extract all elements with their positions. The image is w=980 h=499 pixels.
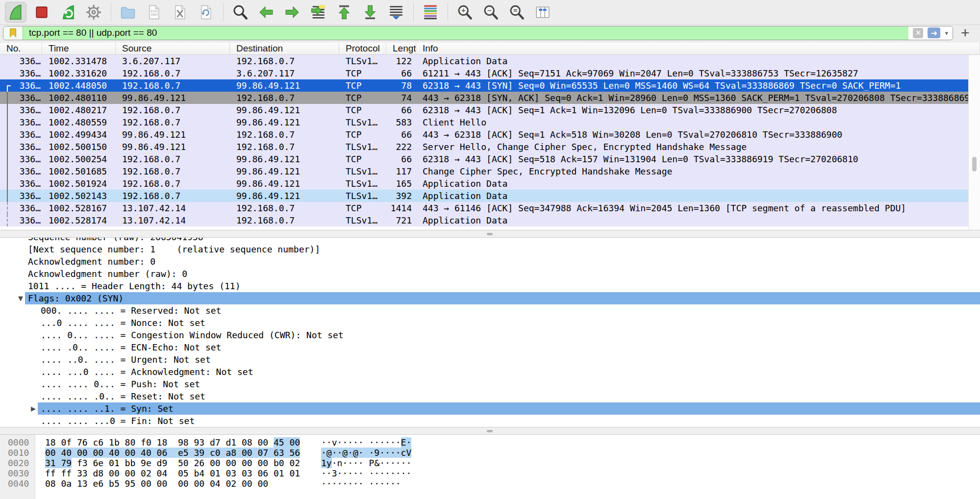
toolbar-separator bbox=[111, 3, 111, 21]
detail-line[interactable]: 1011 .... = Header Length: 44 bytes (11) bbox=[0, 280, 980, 292]
column-header-destination[interactable]: Destination bbox=[230, 43, 339, 54]
go-to-packet-button[interactable] bbox=[307, 2, 329, 23]
detail-line-text: .... .... ..1. = Syn: Set bbox=[38, 402, 980, 415]
go-forward-icon bbox=[284, 4, 301, 21]
zoom-original-button[interactable]: = bbox=[506, 2, 528, 23]
column-header-no[interactable]: No. bbox=[0, 43, 42, 54]
detail-line[interactable]: ▼Flags: 0x002 (SYN) bbox=[0, 292, 980, 304]
detail-line[interactable]: Sequence number (raw): 2665041958 bbox=[0, 238, 980, 243]
stop-capture-button[interactable] bbox=[31, 2, 52, 23]
packet-cell: TCP bbox=[339, 92, 386, 104]
expander-spacer bbox=[18, 243, 28, 255]
detail-line[interactable]: 000. .... .... = Reserved: Not set bbox=[0, 304, 980, 317]
packet-cell: 336… bbox=[0, 141, 42, 153]
packet-row[interactable]: 336…1002.501685192.168.0.799.86.49.121TL… bbox=[0, 165, 968, 177]
reload-file-button[interactable] bbox=[195, 2, 217, 23]
detail-line[interactable]: ▶.... .... ..1. = Syn: Set bbox=[0, 402, 980, 415]
packet-row[interactable]: 336…1002.52816713.107.42.14192.168.0.7TC… bbox=[0, 202, 968, 214]
stop-capture-icon bbox=[33, 4, 50, 21]
close-file-button[interactable] bbox=[169, 2, 191, 23]
packet-row[interactable]: 336…1002.49943499.86.49.121192.168.0.7TC… bbox=[0, 128, 968, 141]
packet-cell: 1002.500150 bbox=[42, 141, 116, 153]
column-header-length[interactable]: Length bbox=[386, 43, 416, 54]
packet-row[interactable]: 336…1002.480217192.168.0.799.86.49.121TC… bbox=[0, 104, 968, 116]
auto-scroll-icon bbox=[388, 4, 404, 21]
display-filter-input[interactable]: tcp.port == 80 || udp.port == 80 bbox=[23, 26, 908, 40]
detail-line[interactable]: .... .... .0.. = Reset: Not set bbox=[0, 390, 980, 402]
detail-line[interactable]: .... .... 0... = Push: Not set bbox=[0, 378, 980, 390]
detail-line-text: Flags: 0x002 (SYN) bbox=[25, 292, 980, 304]
detail-line[interactable]: .... .0.. .... = ECN-Echo: Not set bbox=[0, 341, 980, 353]
capture-options-button[interactable] bbox=[83, 2, 104, 23]
hex-row[interactable]: 0030ff ff 33 d8 00 00 02 04 05 b4 01 03 … bbox=[0, 468, 980, 478]
detail-line[interactable]: ...0 .... .... = Nonce: Not set bbox=[0, 317, 980, 329]
filter-bookmark-button[interactable] bbox=[3, 26, 23, 40]
packet-row[interactable]: 336…1002.500254192.168.0.799.86.49.121TC… bbox=[0, 153, 968, 165]
detail-line[interactable]: Acknowledgment number: 0 bbox=[0, 255, 980, 268]
packet-row[interactable]: 336…1002.502143192.168.0.799.86.49.121TL… bbox=[0, 190, 968, 202]
detail-line[interactable]: [Next sequence number: 1 (relative seque… bbox=[0, 243, 980, 255]
hex-row[interactable]: 002031 79 f3 6e 01 bb 9e d9 50 26 00 00 … bbox=[0, 458, 980, 468]
packet-cell: 117 bbox=[386, 165, 416, 177]
save-file-button[interactable]: 01011001 bbox=[143, 2, 165, 23]
packet-cell: 1002.480217 bbox=[42, 104, 116, 116]
packet-row[interactable]: 336…1002.3314783.6.207.117192.168.0.7TLS… bbox=[0, 55, 968, 67]
column-header-source[interactable]: Source bbox=[116, 43, 230, 54]
go-first-button[interactable] bbox=[333, 2, 355, 23]
colorize-button[interactable] bbox=[420, 2, 441, 23]
detail-line-text: .... ...0 .... = Acknowledgment: Not set bbox=[41, 366, 253, 378]
go-last-button[interactable] bbox=[359, 2, 381, 23]
packet-list-scrollbar[interactable] bbox=[968, 55, 980, 230]
detail-line[interactable]: Acknowledgment number (raw): 0 bbox=[0, 268, 980, 280]
zoom-out-button[interactable]: − bbox=[480, 2, 502, 23]
detail-bytes-splitter[interactable] bbox=[0, 427, 980, 435]
main-toolbar: 01011001+−= bbox=[0, 0, 980, 25]
auto-scroll-button[interactable] bbox=[385, 2, 407, 23]
splitter-handle-icon[interactable] bbox=[487, 233, 493, 235]
packet-cell: 1002.499434 bbox=[42, 128, 116, 141]
go-last-icon bbox=[362, 4, 378, 21]
clear-filter-icon[interactable]: ✕ bbox=[913, 28, 923, 38]
packet-row[interactable]: 336…1002.331620192.168.0.73.6.207.117TCP… bbox=[0, 67, 968, 79]
detail-line[interactable]: .... ..0. .... = Urgent: Not set bbox=[0, 353, 980, 366]
display-filter-field[interactable]: tcp.port == 80 || udp.port == 80 ✕ ➜ ▾ bbox=[3, 26, 953, 40]
go-forward-button[interactable] bbox=[281, 2, 303, 23]
detail-line-text: .... .... .0.. = Reset: Not set bbox=[41, 390, 205, 402]
start-capture-button[interactable] bbox=[5, 2, 26, 23]
column-header-info[interactable]: Info bbox=[416, 43, 980, 54]
packet-cell: 443 → 62318 [SYN, ACK] Seq=0 Ack=1 Win=2… bbox=[416, 92, 968, 104]
packet-cell: 1414 bbox=[386, 202, 416, 214]
add-filter-button-icon[interactable]: + bbox=[961, 26, 970, 39]
filter-toolbar: tcp.port == 80 || udp.port == 80 ✕ ➜ ▾ + bbox=[0, 25, 980, 43]
detail-line[interactable]: .... .... ...0 = Fin: Not set bbox=[0, 415, 980, 427]
packet-row[interactable]: 336…1002.480559192.168.0.799.86.49.121TL… bbox=[0, 116, 968, 128]
open-file-button[interactable] bbox=[117, 2, 139, 23]
packet-row[interactable]: 336…1002.448050192.168.0.799.86.49.121TC… bbox=[0, 79, 968, 92]
splitter-handle-icon[interactable] bbox=[487, 430, 493, 432]
detail-line[interactable]: .... 0... .... = Congestion Window Reduc… bbox=[0, 329, 980, 341]
scrollbar-thumb[interactable] bbox=[972, 157, 977, 172]
packet-row[interactable]: 336…1002.48011099.86.49.121192.168.0.7TC… bbox=[0, 92, 968, 104]
column-header-protocol[interactable]: Protocol bbox=[339, 43, 386, 54]
go-back-button[interactable] bbox=[255, 2, 277, 23]
find-packet-button[interactable] bbox=[229, 2, 251, 23]
hex-row[interactable]: 001000 40 00 00 40 00 40 06 e5 39 c0 a8 … bbox=[0, 448, 980, 458]
filter-history-caret-icon[interactable]: ▾ bbox=[945, 29, 948, 37]
restart-capture-button[interactable] bbox=[57, 2, 78, 23]
packet-row[interactable]: 336…1002.50015099.86.49.121192.168.0.7TL… bbox=[0, 141, 968, 153]
list-detail-splitter[interactable] bbox=[0, 230, 980, 238]
packet-cell: 192.168.0.7 bbox=[116, 79, 230, 92]
detail-line[interactable]: .... ...0 .... = Acknowledgment: Not set bbox=[0, 366, 980, 378]
resize-columns-button[interactable] bbox=[532, 2, 553, 23]
packet-row[interactable]: 336…1002.501924192.168.0.799.86.49.121TL… bbox=[0, 177, 968, 190]
hex-highlight: E· bbox=[401, 437, 412, 448]
apply-filter-icon[interactable]: ➜ bbox=[928, 27, 940, 38]
detail-line-text: Sequence number (raw): 2665041958 bbox=[28, 238, 203, 243]
column-header-time[interactable]: Time bbox=[42, 43, 116, 54]
zoom-in-button[interactable]: + bbox=[454, 2, 476, 23]
conversation-mark-icon bbox=[7, 141, 11, 153]
hex-row[interactable]: 004008 0a 13 e6 b5 95 00 00 00 00 04 02 … bbox=[0, 478, 980, 489]
hex-row[interactable]: 000018 0f 76 c6 1b 80 f0 18 98 93 d7 d1 … bbox=[0, 437, 980, 448]
packet-row[interactable]: 336…1002.52817413.107.42.14192.168.0.7TL… bbox=[0, 214, 968, 226]
expander-spacer bbox=[31, 366, 41, 378]
